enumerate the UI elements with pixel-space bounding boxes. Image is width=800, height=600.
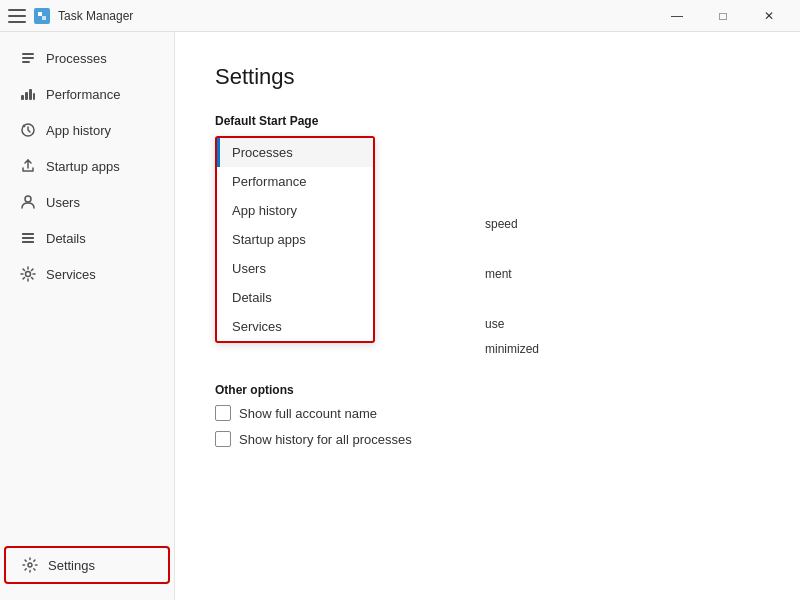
svg-point-9	[25, 196, 31, 202]
sidebar-spacer	[0, 292, 174, 538]
processes-icon	[20, 50, 36, 66]
startup-apps-icon	[20, 158, 36, 174]
page-title: Settings	[215, 64, 760, 90]
dropdown-item-services[interactable]: Services	[217, 312, 373, 341]
dropdown-item-performance[interactable]: Performance	[217, 167, 373, 196]
sidebar-item-settings[interactable]: Settings	[4, 546, 170, 584]
other-options-section: Other options Show full account name Sho…	[215, 383, 760, 447]
checkbox-row-full-account: Show full account name	[215, 405, 760, 421]
title-bar: Task Manager — □ ✕	[0, 0, 800, 32]
dropdown-item-users[interactable]: Users	[217, 254, 373, 283]
default-start-page-label: Default Start Page	[215, 114, 760, 128]
checkbox-label-full-account-name: Show full account name	[239, 406, 377, 421]
sidebar-item-details[interactable]: Details	[4, 221, 170, 255]
svg-rect-11	[22, 237, 34, 239]
sidebar-item-app-history[interactable]: App history	[4, 113, 170, 147]
sidebar-label-performance: Performance	[46, 87, 120, 102]
other-options-label: Other options	[215, 383, 760, 397]
checkbox-full-account-name[interactable]	[215, 405, 231, 421]
title-bar-controls: — □ ✕	[654, 0, 792, 32]
sidebar-label-settings: Settings	[48, 558, 95, 573]
sidebar-label-users: Users	[46, 195, 80, 210]
svg-rect-0	[38, 12, 42, 16]
sidebar-item-startup-apps[interactable]: Startup apps	[4, 149, 170, 183]
sidebar-label-services: Services	[46, 267, 96, 282]
svg-rect-1	[42, 16, 46, 20]
svg-rect-12	[22, 241, 34, 243]
sidebar-item-processes[interactable]: Processes	[4, 41, 170, 75]
sidebar-item-users[interactable]: Users	[4, 185, 170, 219]
dropdown-item-app-history[interactable]: App history	[217, 196, 373, 225]
sidebar-label-processes: Processes	[46, 51, 107, 66]
svg-rect-4	[22, 61, 30, 63]
sidebar-label-details: Details	[46, 231, 86, 246]
svg-rect-2	[22, 53, 34, 55]
checkbox-history-all-processes[interactable]	[215, 431, 231, 447]
behind-text-speed: speed	[485, 217, 518, 231]
app-history-icon	[20, 122, 36, 138]
hamburger-icon[interactable]	[8, 9, 26, 23]
svg-point-13	[26, 272, 31, 277]
sidebar-bottom: Settings	[0, 538, 174, 592]
performance-icon	[20, 86, 36, 102]
sidebar-item-services[interactable]: Services	[4, 257, 170, 291]
start-page-dropdown-wrapper: Processes Performance App history Startu…	[215, 136, 375, 343]
app-icon	[34, 8, 50, 24]
svg-rect-8	[33, 93, 35, 100]
maximize-button[interactable]: □	[700, 0, 746, 32]
svg-rect-3	[22, 57, 34, 59]
svg-rect-10	[22, 233, 34, 235]
dropdown-item-startup-apps[interactable]: Startup apps	[217, 225, 373, 254]
close-button[interactable]: ✕	[746, 0, 792, 32]
app-body: Processes Performance App	[0, 32, 800, 600]
sidebar: Processes Performance App	[0, 32, 175, 600]
svg-rect-6	[25, 92, 28, 100]
app-title: Task Manager	[58, 9, 133, 23]
behind-text-management: ment	[485, 267, 512, 281]
settings-icon	[22, 557, 38, 573]
services-icon	[20, 266, 36, 282]
behind-text-minimized: minimized	[485, 342, 539, 356]
svg-rect-7	[29, 89, 32, 100]
main-content: Settings Default Start Page Processes Pe…	[175, 32, 800, 600]
start-page-dropdown[interactable]: Processes Performance App history Startu…	[215, 136, 375, 343]
dropdown-item-processes[interactable]: Processes	[217, 138, 373, 167]
dropdown-item-details[interactable]: Details	[217, 283, 373, 312]
checkbox-label-history-all-processes: Show history for all processes	[239, 432, 412, 447]
checkbox-row-history-all: Show history for all processes	[215, 431, 760, 447]
minimize-button[interactable]: —	[654, 0, 700, 32]
users-icon	[20, 194, 36, 210]
behind-text-use: use	[485, 317, 504, 331]
svg-rect-5	[21, 95, 24, 100]
title-bar-left: Task Manager	[8, 8, 133, 24]
sidebar-item-performance[interactable]: Performance	[4, 77, 170, 111]
sidebar-label-app-history: App history	[46, 123, 111, 138]
details-icon	[20, 230, 36, 246]
sidebar-label-startup-apps: Startup apps	[46, 159, 120, 174]
svg-point-14	[28, 563, 32, 567]
